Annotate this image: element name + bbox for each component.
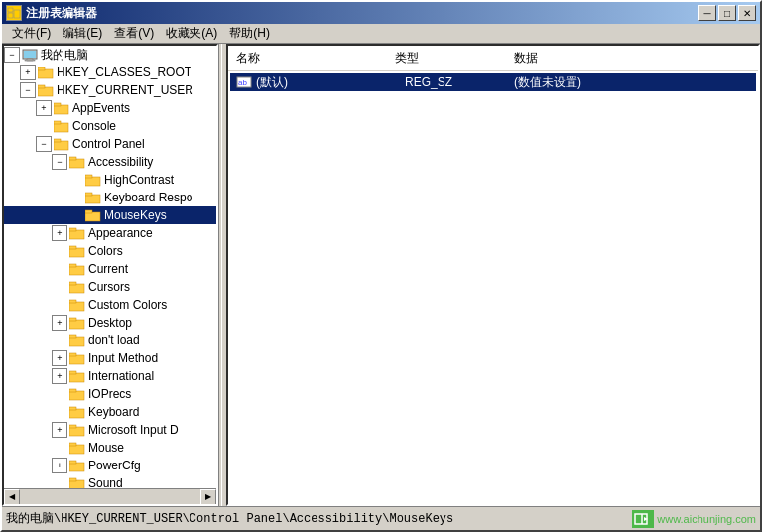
svg-rect-15 xyxy=(54,141,68,150)
svg-rect-10 xyxy=(38,85,45,88)
tree-row-appevents[interactable]: + AppEvents xyxy=(4,99,216,117)
tree-row-customcolors[interactable]: Custom Colors xyxy=(4,296,216,314)
right-content: ab (默认) REG_SZ (数值未设置) xyxy=(228,71,758,504)
svg-rect-40 xyxy=(69,353,76,356)
folder-icon-customcolors xyxy=(69,298,85,312)
registry-value-icon: ab xyxy=(236,75,252,89)
tree-node-current: Current xyxy=(4,260,216,278)
tree-row-controlpanel[interactable]: − Control Panel xyxy=(4,135,216,153)
close-button[interactable]: ✕ xyxy=(738,5,756,21)
svg-rect-0 xyxy=(8,8,13,12)
menu-favorites[interactable]: 收藏夹(A) xyxy=(160,23,223,44)
registry-row[interactable]: ab (默认) REG_SZ (数值未设置) xyxy=(230,73,756,91)
expand-powercfg[interactable]: + xyxy=(52,458,67,473)
watermark: www.aichunjing.com xyxy=(632,510,756,528)
node-label-sound: Sound xyxy=(88,476,123,488)
folder-icon-highcontrast xyxy=(85,173,101,187)
tree-row-hkcu[interactable]: − HKEY_CURRENT_USER xyxy=(4,81,216,99)
svg-rect-46 xyxy=(69,407,76,410)
svg-rect-9 xyxy=(38,87,53,96)
tree-row-console[interactable]: Console xyxy=(4,117,216,135)
expand-accessibility[interactable]: − xyxy=(52,154,67,170)
registry-value-name: (默认) xyxy=(256,74,405,91)
node-label-hkcr: HKEY_CLASSES_ROOT xyxy=(57,66,191,79)
tree-row-cursors[interactable]: Cursors xyxy=(4,278,216,296)
svg-rect-22 xyxy=(85,193,92,196)
maximize-button[interactable]: □ xyxy=(718,5,736,21)
tree-row-powercfg[interactable]: + PowerCfg xyxy=(4,457,216,474)
svg-rect-2 xyxy=(8,13,13,18)
tree-row-mypc[interactable]: − 我的电脑 xyxy=(4,46,216,64)
tree-row-highcontrast[interactable]: HighContrast xyxy=(4,171,216,189)
svg-rect-42 xyxy=(69,371,76,374)
tree-row-keyboardresp[interactable]: Keyboard Respo xyxy=(4,189,216,206)
folder-icon-mouse xyxy=(69,441,85,455)
hscroll-right-btn[interactable]: ▶ xyxy=(200,489,216,505)
svg-rect-23 xyxy=(85,212,100,221)
tree-row-appearance[interactable]: + Appearance xyxy=(4,224,216,242)
folder-icon-inputmethod xyxy=(69,351,85,365)
expand-international[interactable]: + xyxy=(52,368,67,384)
node-label-inputmethod: Input Method xyxy=(88,351,158,365)
tree-row-sound[interactable]: Sound xyxy=(4,474,216,488)
menu-help[interactable]: 帮助(H) xyxy=(223,23,276,44)
node-label-mouse: Mouse xyxy=(88,441,124,455)
tree-node-accessibility: − Accessibility xyxy=(4,153,216,171)
expand-inputmethod[interactable]: + xyxy=(52,350,67,366)
svg-rect-52 xyxy=(69,461,76,464)
folder-icon-hkcr xyxy=(38,66,54,79)
tree-row-accessibility[interactable]: − Accessibility xyxy=(4,153,216,171)
node-label-keyboardresp: Keyboard Respo xyxy=(104,191,192,204)
tree-row-international[interactable]: + International xyxy=(4,367,216,385)
hscroll-left-btn[interactable]: ◀ xyxy=(4,489,20,505)
folder-icon-mousekeys xyxy=(85,208,101,222)
folder-icon-appevents xyxy=(54,101,69,115)
expand-mypc[interactable]: − xyxy=(4,47,20,63)
tree-row-desktop[interactable]: + Desktop xyxy=(4,314,216,332)
tree-row-mousekeys[interactable]: MouseKeys xyxy=(4,206,216,224)
folder-icon-ioprecs xyxy=(69,387,85,401)
splitter[interactable] xyxy=(218,44,222,506)
node-label-accessibility: Accessibility xyxy=(88,155,153,169)
node-label-dontload: don't load xyxy=(88,333,140,347)
tree-row-mouse[interactable]: Mouse xyxy=(4,439,216,457)
expand-msinputd[interactable]: + xyxy=(52,422,67,438)
tree-node-mypc: − 我的电脑 xyxy=(4,46,216,64)
tree-row-ioprecs[interactable]: IOPrecs xyxy=(4,385,216,403)
window-title: 注册表编辑器 xyxy=(26,5,97,22)
tree-scroll[interactable]: − 我的电脑 xyxy=(4,46,216,488)
menu-file[interactable]: 文件(F) xyxy=(6,23,57,44)
tree-row-colors[interactable]: Colors xyxy=(4,242,216,260)
minimize-button[interactable]: ─ xyxy=(698,5,716,21)
svg-rect-18 xyxy=(69,157,76,160)
svg-rect-54 xyxy=(69,478,76,481)
main-content: − 我的电脑 xyxy=(2,44,760,506)
tree-row-hkcr[interactable]: + HKEY_CLASSES_ROOT xyxy=(4,64,216,81)
registry-value-type: REG_SZ xyxy=(405,75,514,89)
node-label-powercfg: PowerCfg xyxy=(88,459,141,472)
node-label-highcontrast: HighContrast xyxy=(104,173,174,187)
svg-rect-21 xyxy=(85,195,100,203)
expand-hkcr[interactable]: + xyxy=(20,65,36,80)
hscroll-track[interactable] xyxy=(20,489,200,505)
tree-row-inputmethod[interactable]: + Input Method xyxy=(4,349,216,367)
expand-hkcu[interactable]: − xyxy=(20,82,36,98)
tree-row-dontload[interactable]: don't load xyxy=(4,332,216,349)
tree-row-msinputd[interactable]: + Microsoft Input D xyxy=(4,421,216,439)
title-bar-left: 注册表编辑器 xyxy=(6,5,97,22)
svg-rect-24 xyxy=(85,210,92,213)
expand-appearance[interactable]: + xyxy=(52,225,67,241)
svg-rect-6 xyxy=(25,60,35,61)
node-label-desktop: Desktop xyxy=(88,316,132,330)
expand-desktop[interactable]: + xyxy=(52,315,67,331)
tree-row-keyboard[interactable]: Keyboard xyxy=(4,403,216,421)
menu-view[interactable]: 查看(V) xyxy=(108,23,160,44)
expand-controlpanel[interactable]: − xyxy=(36,136,52,152)
svg-rect-33 xyxy=(69,302,84,311)
tree-row-current[interactable]: Current xyxy=(4,260,216,278)
node-label-current: Current xyxy=(88,262,128,276)
menu-edit[interactable]: 编辑(E) xyxy=(57,23,108,44)
svg-rect-37 xyxy=(69,337,84,346)
tree-node-keyboardresp: Keyboard Respo xyxy=(4,189,216,206)
expand-appevents[interactable]: + xyxy=(36,100,52,116)
